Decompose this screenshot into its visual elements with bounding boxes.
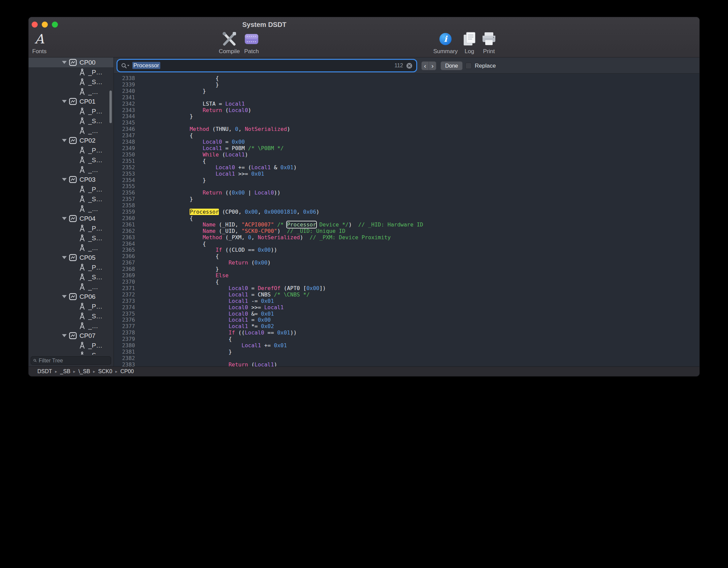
filter-magnifier-icon <box>33 358 37 363</box>
line-number: 2373 <box>114 298 135 305</box>
tree-item[interactable]: _… <box>29 204 113 214</box>
tree-item[interactable]: _S… <box>29 350 113 355</box>
clear-search-icon[interactable] <box>406 63 412 69</box>
disclosure-triangle-icon[interactable] <box>62 61 67 64</box>
toolbar-print-button[interactable]: Print <box>469 31 509 55</box>
tree-item[interactable]: _S… <box>29 272 113 282</box>
code-line: 2367 Return (0x00) <box>114 260 699 266</box>
tree-item-cp00[interactable]: CP00 <box>29 58 113 67</box>
toolbar-fonts-button[interactable]: A Fonts <box>28 31 60 55</box>
tree-item-label: _S… <box>88 156 102 164</box>
line-number: 2374 <box>114 305 135 311</box>
breadcrumb-item[interactable]: DSDT <box>37 368 52 375</box>
toolbar-patch-button[interactable]: Patch <box>231 31 272 55</box>
toolbar-patch-label: Patch <box>244 48 259 55</box>
tree-item[interactable]: _… <box>29 282 113 292</box>
tree-item-label: _… <box>88 322 98 330</box>
code-line: 2353 Local1 >>= 0x01 <box>114 171 699 177</box>
code-line: 2381 } <box>114 349 699 355</box>
line-number: 2363 <box>114 235 135 241</box>
code-text: } <box>135 349 232 355</box>
tree-item[interactable]: _S… <box>29 311 113 321</box>
code-line: 2346 Method (THNU, 0, NotSerialized) <box>114 126 699 133</box>
breadcrumb-item[interactable]: SCK0 <box>98 368 112 375</box>
line-number: 2338 <box>114 75 135 82</box>
tree-item[interactable]: _P… <box>29 262 113 272</box>
disclosure-triangle-icon[interactable] <box>62 256 67 259</box>
code-text: Return (0x00) <box>135 260 271 266</box>
tree-item-cp05[interactable]: CP05 <box>29 253 113 262</box>
tree-item[interactable]: _… <box>29 126 113 136</box>
disclosure-triangle-icon[interactable] <box>62 178 67 181</box>
sidebar-tree[interactable]: CP00_P…_S…_…CP01_P…_S…_…CP02_P…_S…_…CP03… <box>29 58 113 355</box>
code-line: 2351 { <box>114 158 699 165</box>
zoom-button[interactable] <box>52 22 58 28</box>
sidebar-scrollbar-thumb[interactable] <box>109 91 112 123</box>
find-previous-button[interactable]: ‹ <box>421 61 429 70</box>
compass-icon <box>79 185 86 193</box>
titlebar-toolbar[interactable]: System DSDT A Fonts Compile <box>29 17 699 58</box>
tree-item-cp06[interactable]: CP06 <box>29 292 113 301</box>
tree-item-label: _… <box>88 205 98 213</box>
find-next-button[interactable]: › <box>429 61 436 70</box>
breadcrumb-item[interactable]: CP00 <box>120 368 134 375</box>
disclosure-triangle-icon[interactable] <box>62 100 67 103</box>
line-number: 2344 <box>114 113 135 120</box>
filter-input[interactable] <box>39 358 108 364</box>
disclosure-triangle-icon[interactable] <box>62 217 67 220</box>
tree-item-cp02[interactable]: CP02 <box>29 136 113 145</box>
code-text: } <box>135 196 193 203</box>
tree-item-cp03[interactable]: CP03 <box>29 175 113 184</box>
toolbar-print-label: Print <box>483 48 495 55</box>
tree-item-cp07[interactable]: CP07 <box>29 331 113 341</box>
breadcrumb-item[interactable]: \_SB <box>78 368 90 375</box>
replace-checkbox[interactable] <box>465 63 472 69</box>
tree-item[interactable]: _S… <box>29 77 113 87</box>
patch-icon <box>244 33 259 45</box>
code-text: { <box>135 158 206 165</box>
tree-item[interactable]: _… <box>29 165 113 175</box>
tree-item[interactable]: _P… <box>29 223 113 233</box>
code-text: Local0 >>= Local1 <box>135 305 284 311</box>
find-field[interactable]: Processor 112 <box>118 60 416 71</box>
minimize-button[interactable] <box>42 22 48 28</box>
close-button[interactable] <box>32 22 38 28</box>
tree-item[interactable]: _… <box>29 87 113 97</box>
tree-item-cp04[interactable]: CP04 <box>29 214 113 223</box>
disclosure-triangle-icon[interactable] <box>62 334 67 337</box>
compass-icon <box>79 117 86 125</box>
line-number: 2353 <box>114 171 135 177</box>
tree-item[interactable]: _S… <box>29 116 113 126</box>
compass-icon <box>79 244 86 252</box>
find-nav-group: ‹ › <box>421 61 436 70</box>
tree-item[interactable]: _S… <box>29 155 113 165</box>
code-line: 2366 { <box>114 253 699 260</box>
line-number: 2349 <box>114 145 135 152</box>
breadcrumb-item[interactable]: _SB <box>60 368 70 375</box>
done-button[interactable]: Done <box>440 61 463 70</box>
code-line: 2380 Local1 += 0x01 <box>114 343 699 349</box>
disclosure-triangle-icon[interactable] <box>62 139 67 142</box>
tree-item[interactable]: _S… <box>29 194 113 204</box>
code-line: 2356 Return ((0x00 | Local0)) <box>114 190 699 196</box>
code-text: Return (Local0) <box>135 107 251 114</box>
code-text: } <box>135 88 206 95</box>
tree-item[interactable]: _P… <box>29 67 113 77</box>
find-bar: Processor 112 ‹ › Done <box>114 58 699 74</box>
tree-item-cp01[interactable]: CP01 <box>29 97 113 106</box>
tree-item[interactable]: _… <box>29 243 113 253</box>
tree-item[interactable]: _P… <box>29 106 113 116</box>
tree-item[interactable]: _P… <box>29 184 113 194</box>
filter-field[interactable] <box>31 356 111 365</box>
compass-icon <box>79 342 86 349</box>
tree-item[interactable]: _… <box>29 321 113 331</box>
tree-item[interactable]: _P… <box>29 145 113 155</box>
code-editor[interactable]: 2338 {2339 }2340 }23412342 LSTA = Local1… <box>114 74 699 366</box>
tree-item[interactable]: _P… <box>29 341 113 350</box>
tree-item[interactable]: _S… <box>29 233 113 243</box>
find-query-text[interactable]: Processor <box>132 62 160 69</box>
disclosure-triangle-icon[interactable] <box>62 295 67 298</box>
code-text: LSTA = Local1 <box>135 101 245 107</box>
scope-icon <box>69 293 77 300</box>
tree-item[interactable]: _P… <box>29 301 113 311</box>
